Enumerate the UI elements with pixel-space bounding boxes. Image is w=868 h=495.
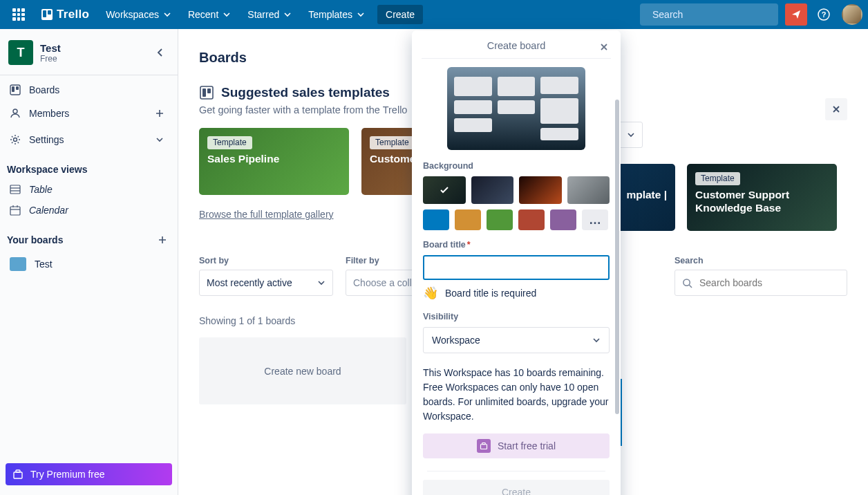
svg-rect-22	[202, 88, 206, 97]
template-card[interactable]: Template Sales Pipeline	[199, 128, 349, 195]
required-asterisk: *	[467, 240, 471, 250]
template-title: Customer Support Knowledge Base	[695, 188, 829, 215]
template-title: Sales Pipeline	[207, 152, 341, 165]
popover-close-button[interactable]	[596, 39, 612, 55]
dismiss-suggested-button[interactable]	[825, 98, 847, 120]
create-board-submit[interactable]: Create	[423, 480, 610, 495]
template-badge: Template	[207, 136, 252, 149]
apps-switcher[interactable]	[6, 4, 32, 25]
add-member-button[interactable]	[151, 105, 168, 122]
check-icon	[439, 185, 450, 196]
user-avatar[interactable]	[842, 4, 862, 25]
nav-create[interactable]: Create	[377, 5, 423, 24]
background-swatch[interactable]	[519, 176, 562, 204]
calendar-icon	[10, 205, 21, 216]
color-swatch[interactable]	[487, 209, 513, 230]
help-button[interactable]: ?	[813, 3, 835, 26]
workspace-header[interactable]: T Test Free	[0, 35, 178, 71]
navigation-icon	[791, 9, 802, 20]
hint-text: Board title is required	[445, 288, 536, 299]
sidebar-item-label: Test	[35, 259, 53, 270]
nav-label: Create	[386, 9, 415, 20]
sidebar-item-boards[interactable]: Boards	[0, 80, 178, 100]
search-icon	[682, 278, 692, 288]
nav-label: Starred	[247, 9, 279, 20]
popover-content: Background … Board title* 👋 Board title …	[417, 67, 615, 495]
boards-search-input[interactable]	[698, 277, 840, 289]
popover-scrollbar[interactable]	[615, 100, 619, 414]
sidebar-item-label: Boards	[29, 84, 59, 95]
chevron-down-icon	[163, 10, 171, 19]
heading-label: Workspace views	[7, 164, 87, 175]
workspace-plan: Free	[40, 54, 61, 64]
logo-text: Trello	[57, 8, 89, 21]
gear-icon	[10, 134, 21, 145]
background-swatch[interactable]	[567, 176, 610, 204]
trial-label: Start free trial	[498, 440, 556, 451]
sort-select[interactable]: Most recently active	[199, 270, 333, 296]
try-premium-button[interactable]: Try Premium free	[6, 463, 172, 485]
select-value: Most recently active	[207, 277, 292, 288]
nav-recent[interactable]: Recent	[181, 5, 238, 24]
sidebar-item-label: Table	[29, 184, 53, 195]
sidebar-item-calendar[interactable]: Calendar	[0, 200, 178, 221]
color-swatch[interactable]	[423, 209, 449, 230]
sidebar-item-label: Members	[29, 108, 69, 119]
close-icon	[599, 42, 609, 52]
sidebar-heading-views: Workspace views	[0, 153, 178, 179]
sidebar-item-table[interactable]: Table	[0, 179, 178, 200]
svg-rect-2	[48, 10, 51, 15]
popover-title: Create board	[487, 40, 546, 51]
nav-starred[interactable]: Starred	[240, 5, 299, 24]
chevron-down-icon	[283, 10, 292, 19]
chevron-left-icon	[155, 48, 165, 57]
wave-icon: 👋	[423, 286, 438, 301]
color-swatch[interactable]	[518, 209, 545, 230]
trello-board-icon	[41, 9, 53, 20]
background-image-row	[423, 176, 610, 204]
settings-expand-button[interactable]	[151, 131, 168, 148]
sidebar-board-item[interactable]: Test	[0, 252, 178, 276]
sort-filter: Sort by Most recently active	[199, 256, 333, 296]
board-title-input[interactable]	[423, 255, 610, 280]
notifications-button[interactable]	[785, 3, 807, 26]
color-swatch[interactable]	[550, 209, 576, 230]
filter-label: Sort by	[199, 256, 333, 265]
svg-rect-27	[482, 443, 486, 445]
sidebar-item-members[interactable]: Members	[0, 100, 178, 127]
select-placeholder: Choose a colle	[353, 277, 417, 288]
visibility-select[interactable]: Workspace	[423, 327, 610, 353]
visibility-label: Visibility	[423, 312, 610, 321]
start-trial-button[interactable]: Start free trial	[423, 433, 610, 458]
svg-rect-19	[14, 472, 22, 478]
table-icon	[10, 184, 21, 195]
heading-label: Your boards	[7, 234, 63, 245]
trello-logo[interactable]: Trello	[35, 3, 96, 26]
nav-workspaces[interactable]: Workspaces	[99, 5, 178, 24]
sidebar-item-settings[interactable]: Settings	[0, 127, 178, 153]
create-new-board-tile[interactable]: Create new board	[199, 337, 406, 404]
svg-rect-21	[200, 86, 213, 99]
help-icon: ?	[818, 8, 830, 21]
heading-label: Suggested sales templates	[221, 85, 390, 100]
chevron-down-icon	[155, 136, 164, 144]
background-swatch[interactable]	[423, 176, 466, 204]
nav-templates[interactable]: Templates	[301, 5, 372, 24]
sidebar-collapse-button[interactable]	[151, 44, 169, 62]
sidebar-item-label: Calendar	[29, 205, 68, 216]
color-swatch[interactable]	[455, 209, 481, 230]
board-preview	[447, 67, 585, 150]
background-swatch[interactable]	[471, 176, 514, 204]
global-search[interactable]	[640, 3, 778, 26]
boards-search-box[interactable]	[674, 270, 847, 296]
chevron-down-icon	[357, 10, 365, 19]
workspace-name: Test	[40, 42, 61, 54]
board-tile-edge	[621, 379, 622, 446]
template-card[interactable]: Template Customer Support Knowledge Base	[687, 164, 837, 231]
search-input[interactable]	[651, 8, 775, 21]
add-board-button[interactable]	[154, 232, 171, 248]
chevron-down-icon	[592, 336, 601, 344]
browse-templates-link[interactable]: Browse the full template gallery	[199, 209, 334, 220]
svg-point-24	[683, 279, 690, 285]
more-colors-button[interactable]: …	[582, 209, 608, 230]
